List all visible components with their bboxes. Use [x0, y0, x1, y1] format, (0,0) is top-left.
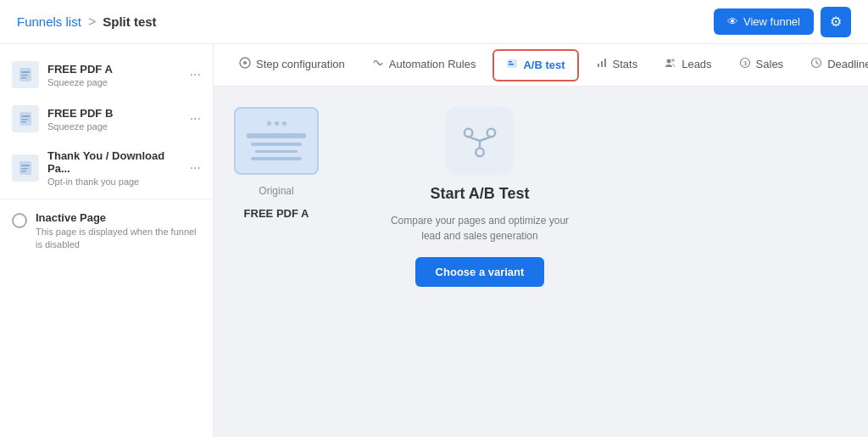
svg-point-27	[476, 148, 484, 157]
content-area: Step configuration Automation Rules A/B …	[214, 44, 868, 437]
deadline-icon	[810, 57, 822, 71]
preview-dot	[275, 121, 279, 126]
original-page-name: FREE PDF A	[244, 207, 309, 220]
tab-sales-label: Sales	[756, 58, 784, 70]
svg-point-13	[243, 61, 247, 64]
tab-leads[interactable]: Leads	[653, 44, 723, 87]
tab-deadline-label: Deadline settings	[827, 58, 868, 70]
tab-stats-label: Stats	[613, 58, 638, 70]
ab-test-panel: Start A/B Test Compare your pages and op…	[387, 107, 573, 287]
sidebar-item-text: FREE PDF B Squeeze page	[47, 107, 181, 132]
tab-deadline-settings[interactable]: Deadline settings	[798, 44, 868, 87]
sidebar: FREE PDF A Squeeze page ··· FREE PDF B S…	[0, 44, 214, 437]
svg-rect-19	[604, 59, 606, 67]
page-icon	[12, 105, 39, 132]
svg-rect-3	[21, 77, 26, 79]
inactive-text: Inactive Page This page is displayed whe…	[36, 211, 201, 252]
svg-line-32	[480, 137, 491, 141]
svg-line-26	[816, 63, 819, 64]
original-page-card: Original FREE PDF A	[234, 107, 319, 220]
tab-leads-label: Leads	[682, 58, 711, 70]
sidebar-item-subtitle: Squeeze page	[47, 77, 181, 87]
sidebar-item-title: Thank You / Download Pa...	[47, 149, 181, 175]
svg-rect-7	[21, 121, 26, 123]
sidebar-item-subtitle: Opt-in thank you page	[47, 176, 181, 187]
sidebar-item-subtitle: Squeeze page	[47, 121, 181, 132]
inactive-description: This page is displayed when the funnel i…	[36, 226, 201, 252]
stats-icon	[596, 57, 608, 71]
svg-rect-2	[21, 75, 28, 76]
inactive-icon	[12, 213, 27, 228]
preview-bar	[247, 133, 306, 138]
sidebar-item-title: FREE PDF A	[47, 63, 181, 76]
ab-test-content: Original FREE PDF A Start A/B Test C	[214, 87, 868, 437]
sidebar-item-title: FREE PDF B	[47, 107, 181, 120]
svg-rect-17	[598, 64, 599, 67]
sidebar-item-inactive[interactable]: Inactive Page This page is displayed whe…	[0, 203, 213, 261]
tab-ab-test[interactable]: A/B test	[492, 49, 578, 81]
tab-ab-label: A/B test	[523, 59, 565, 71]
preview-dot	[282, 121, 287, 126]
preview-bar	[251, 143, 302, 146]
svg-rect-15	[509, 61, 512, 63]
svg-rect-16	[509, 64, 514, 65]
leads-icon	[665, 57, 676, 71]
svg-line-31	[469, 137, 480, 141]
ab-test-description: Compare your pages and optimize your lea…	[387, 213, 573, 244]
view-funnel-button[interactable]: 👁 View funnel	[714, 8, 814, 35]
original-label: Original	[259, 185, 293, 197]
eye-icon: 👁	[727, 15, 738, 28]
ab-test-icon	[446, 107, 514, 175]
sidebar-item-free-pdf-a[interactable]: FREE PDF A Squeeze page ···	[0, 53, 213, 97]
svg-rect-18	[601, 61, 603, 67]
svg-text:$: $	[743, 59, 748, 67]
automation-icon	[372, 57, 384, 71]
svg-point-21	[671, 59, 675, 62]
breadcrumb-separator: >	[88, 14, 96, 30]
tab-step-configuration[interactable]: Step configuration	[227, 44, 357, 87]
svg-rect-11	[21, 171, 26, 172]
svg-rect-5	[21, 115, 30, 117]
topbar: Funnels list > Split test 👁 View funnel …	[0, 0, 868, 44]
svg-point-20	[667, 59, 671, 64]
tabs-bar: Step configuration Automation Rules A/B …	[214, 44, 868, 87]
main-layout: FREE PDF A Squeeze page ··· FREE PDF B S…	[0, 44, 868, 437]
preview-dots	[267, 121, 287, 126]
preview-bar	[255, 150, 298, 153]
tab-step-config-label: Step configuration	[256, 58, 345, 70]
tab-stats[interactable]: Stats	[584, 44, 650, 87]
settings-button[interactable]: ⚙	[821, 7, 851, 37]
sidebar-divider	[0, 199, 213, 199]
sales-icon: $	[739, 57, 751, 71]
sidebar-item-free-pdf-b[interactable]: FREE PDF B Squeeze page ···	[0, 97, 213, 141]
tab-sales[interactable]: $ Sales	[727, 44, 796, 87]
svg-rect-1	[21, 71, 30, 73]
sidebar-item-thank-you[interactable]: Thank You / Download Pa... Opt-in thank …	[0, 141, 213, 195]
preview-dot	[267, 121, 271, 126]
page-title: Split test	[103, 14, 156, 29]
choose-variant-button[interactable]: Choose a variant	[415, 257, 545, 287]
ab-test-tab-icon	[506, 58, 518, 72]
svg-rect-9	[21, 165, 30, 166]
gear-icon: ⚙	[830, 14, 842, 30]
breadcrumb-link[interactable]: Funnels list	[17, 14, 81, 29]
page-icon	[12, 154, 39, 182]
breadcrumb-nav: Funnels list > Split test	[17, 14, 157, 30]
preview-bar	[251, 157, 302, 160]
tab-automation-label: Automation Rules	[389, 58, 476, 70]
item-menu-dots[interactable]: ···	[190, 160, 201, 176]
sidebar-item-text: FREE PDF A Squeeze page	[47, 63, 181, 87]
page-icon	[12, 61, 39, 88]
item-menu-dots[interactable]: ···	[190, 67, 201, 82]
svg-point-28	[465, 129, 473, 137]
view-funnel-label: View funnel	[743, 15, 800, 28]
page-preview-thumbnail	[234, 107, 319, 175]
svg-point-29	[487, 129, 496, 137]
svg-rect-10	[21, 168, 28, 170]
inactive-title: Inactive Page	[36, 211, 201, 224]
topbar-actions: 👁 View funnel ⚙	[714, 7, 851, 37]
sidebar-item-text: Thank You / Download Pa... Opt-in thank …	[47, 149, 181, 187]
tab-automation-rules[interactable]: Automation Rules	[360, 44, 488, 87]
item-menu-dots[interactable]: ···	[190, 111, 201, 126]
step-config-icon	[239, 57, 251, 71]
